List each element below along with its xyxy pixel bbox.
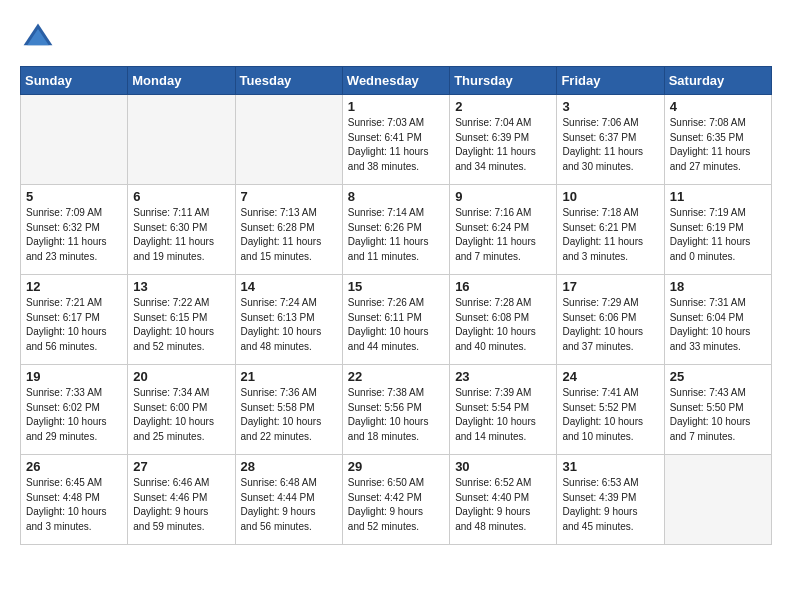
day-number: 21 [241,369,337,384]
day-header-monday: Monday [128,67,235,95]
calendar-cell: 25Sunrise: 7:43 AM Sunset: 5:50 PM Dayli… [664,365,771,455]
day-info: Sunrise: 7:28 AM Sunset: 6:08 PM Dayligh… [455,296,551,354]
day-number: 18 [670,279,766,294]
day-number: 15 [348,279,444,294]
day-header-thursday: Thursday [450,67,557,95]
calendar-header-row: SundayMondayTuesdayWednesdayThursdayFrid… [21,67,772,95]
day-number: 26 [26,459,122,474]
calendar-cell: 14Sunrise: 7:24 AM Sunset: 6:13 PM Dayli… [235,275,342,365]
day-number: 17 [562,279,658,294]
day-number: 29 [348,459,444,474]
calendar-cell: 19Sunrise: 7:33 AM Sunset: 6:02 PM Dayli… [21,365,128,455]
calendar-cell [235,95,342,185]
day-info: Sunrise: 7:29 AM Sunset: 6:06 PM Dayligh… [562,296,658,354]
day-number: 4 [670,99,766,114]
day-header-wednesday: Wednesday [342,67,449,95]
day-info: Sunrise: 7:39 AM Sunset: 5:54 PM Dayligh… [455,386,551,444]
calendar-week-row: 1Sunrise: 7:03 AM Sunset: 6:41 PM Daylig… [21,95,772,185]
calendar-cell: 13Sunrise: 7:22 AM Sunset: 6:15 PM Dayli… [128,275,235,365]
calendar-cell: 30Sunrise: 6:52 AM Sunset: 4:40 PM Dayli… [450,455,557,545]
day-number: 25 [670,369,766,384]
day-info: Sunrise: 6:45 AM Sunset: 4:48 PM Dayligh… [26,476,122,534]
logo-icon [20,20,56,56]
day-number: 24 [562,369,658,384]
day-info: Sunrise: 7:38 AM Sunset: 5:56 PM Dayligh… [348,386,444,444]
calendar-cell: 1Sunrise: 7:03 AM Sunset: 6:41 PM Daylig… [342,95,449,185]
calendar-cell: 18Sunrise: 7:31 AM Sunset: 6:04 PM Dayli… [664,275,771,365]
calendar-cell: 31Sunrise: 6:53 AM Sunset: 4:39 PM Dayli… [557,455,664,545]
day-number: 13 [133,279,229,294]
day-number: 9 [455,189,551,204]
day-info: Sunrise: 7:03 AM Sunset: 6:41 PM Dayligh… [348,116,444,174]
day-info: Sunrise: 7:31 AM Sunset: 6:04 PM Dayligh… [670,296,766,354]
day-number: 23 [455,369,551,384]
day-header-saturday: Saturday [664,67,771,95]
day-number: 2 [455,99,551,114]
day-info: Sunrise: 7:41 AM Sunset: 5:52 PM Dayligh… [562,386,658,444]
day-info: Sunrise: 6:50 AM Sunset: 4:42 PM Dayligh… [348,476,444,534]
calendar-cell: 7Sunrise: 7:13 AM Sunset: 6:28 PM Daylig… [235,185,342,275]
calendar-cell: 4Sunrise: 7:08 AM Sunset: 6:35 PM Daylig… [664,95,771,185]
day-number: 3 [562,99,658,114]
day-info: Sunrise: 7:24 AM Sunset: 6:13 PM Dayligh… [241,296,337,354]
calendar-cell: 29Sunrise: 6:50 AM Sunset: 4:42 PM Dayli… [342,455,449,545]
day-number: 20 [133,369,229,384]
day-info: Sunrise: 7:18 AM Sunset: 6:21 PM Dayligh… [562,206,658,264]
calendar-cell: 28Sunrise: 6:48 AM Sunset: 4:44 PM Dayli… [235,455,342,545]
day-number: 27 [133,459,229,474]
calendar-cell: 11Sunrise: 7:19 AM Sunset: 6:19 PM Dayli… [664,185,771,275]
calendar-week-row: 19Sunrise: 7:33 AM Sunset: 6:02 PM Dayli… [21,365,772,455]
day-info: Sunrise: 7:04 AM Sunset: 6:39 PM Dayligh… [455,116,551,174]
calendar-cell [21,95,128,185]
day-info: Sunrise: 7:26 AM Sunset: 6:11 PM Dayligh… [348,296,444,354]
calendar-cell: 23Sunrise: 7:39 AM Sunset: 5:54 PM Dayli… [450,365,557,455]
day-number: 16 [455,279,551,294]
calendar: SundayMondayTuesdayWednesdayThursdayFrid… [20,66,772,545]
calendar-cell: 26Sunrise: 6:45 AM Sunset: 4:48 PM Dayli… [21,455,128,545]
day-number: 11 [670,189,766,204]
calendar-cell: 6Sunrise: 7:11 AM Sunset: 6:30 PM Daylig… [128,185,235,275]
calendar-week-row: 5Sunrise: 7:09 AM Sunset: 6:32 PM Daylig… [21,185,772,275]
day-number: 6 [133,189,229,204]
calendar-cell: 21Sunrise: 7:36 AM Sunset: 5:58 PM Dayli… [235,365,342,455]
calendar-cell [128,95,235,185]
day-header-tuesday: Tuesday [235,67,342,95]
page-header [20,20,772,56]
calendar-cell: 9Sunrise: 7:16 AM Sunset: 6:24 PM Daylig… [450,185,557,275]
calendar-cell: 15Sunrise: 7:26 AM Sunset: 6:11 PM Dayli… [342,275,449,365]
calendar-cell: 8Sunrise: 7:14 AM Sunset: 6:26 PM Daylig… [342,185,449,275]
day-info: Sunrise: 7:19 AM Sunset: 6:19 PM Dayligh… [670,206,766,264]
day-info: Sunrise: 6:46 AM Sunset: 4:46 PM Dayligh… [133,476,229,534]
day-number: 1 [348,99,444,114]
day-info: Sunrise: 7:13 AM Sunset: 6:28 PM Dayligh… [241,206,337,264]
day-number: 30 [455,459,551,474]
day-number: 14 [241,279,337,294]
calendar-cell: 27Sunrise: 6:46 AM Sunset: 4:46 PM Dayli… [128,455,235,545]
day-info: Sunrise: 7:36 AM Sunset: 5:58 PM Dayligh… [241,386,337,444]
day-header-friday: Friday [557,67,664,95]
day-number: 5 [26,189,122,204]
day-number: 10 [562,189,658,204]
day-info: Sunrise: 7:34 AM Sunset: 6:00 PM Dayligh… [133,386,229,444]
day-info: Sunrise: 7:21 AM Sunset: 6:17 PM Dayligh… [26,296,122,354]
calendar-week-row: 12Sunrise: 7:21 AM Sunset: 6:17 PM Dayli… [21,275,772,365]
day-info: Sunrise: 7:43 AM Sunset: 5:50 PM Dayligh… [670,386,766,444]
day-info: Sunrise: 7:16 AM Sunset: 6:24 PM Dayligh… [455,206,551,264]
calendar-cell: 2Sunrise: 7:04 AM Sunset: 6:39 PM Daylig… [450,95,557,185]
day-number: 7 [241,189,337,204]
calendar-week-row: 26Sunrise: 6:45 AM Sunset: 4:48 PM Dayli… [21,455,772,545]
calendar-cell: 24Sunrise: 7:41 AM Sunset: 5:52 PM Dayli… [557,365,664,455]
day-number: 31 [562,459,658,474]
day-header-sunday: Sunday [21,67,128,95]
day-number: 19 [26,369,122,384]
day-number: 12 [26,279,122,294]
calendar-cell: 3Sunrise: 7:06 AM Sunset: 6:37 PM Daylig… [557,95,664,185]
day-info: Sunrise: 7:14 AM Sunset: 6:26 PM Dayligh… [348,206,444,264]
calendar-cell [664,455,771,545]
calendar-cell: 12Sunrise: 7:21 AM Sunset: 6:17 PM Dayli… [21,275,128,365]
day-info: Sunrise: 7:06 AM Sunset: 6:37 PM Dayligh… [562,116,658,174]
day-info: Sunrise: 7:22 AM Sunset: 6:15 PM Dayligh… [133,296,229,354]
calendar-cell: 5Sunrise: 7:09 AM Sunset: 6:32 PM Daylig… [21,185,128,275]
calendar-cell: 10Sunrise: 7:18 AM Sunset: 6:21 PM Dayli… [557,185,664,275]
day-info: Sunrise: 7:08 AM Sunset: 6:35 PM Dayligh… [670,116,766,174]
